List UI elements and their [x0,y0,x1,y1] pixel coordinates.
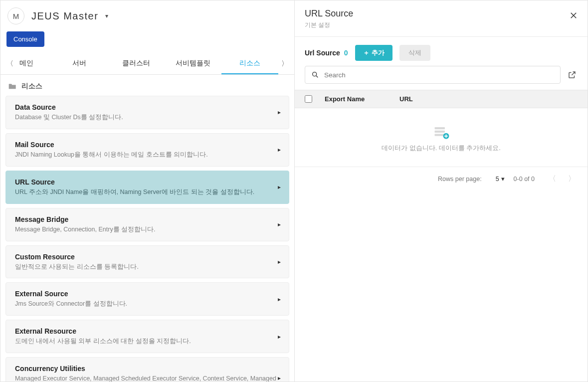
tab-template[interactable]: 서비템플릿 [165,53,221,74]
card-desc: 일반적으로 사용되는 리소스를 등록합니다. [15,263,280,271]
folder-icon [8,83,16,90]
pager-prev-icon[interactable]: 〈 [549,174,556,184]
section-title: 리소스 [21,82,42,91]
tab-server[interactable]: 서버 [51,53,108,74]
tab-resource[interactable]: 리소스 [221,53,278,74]
section-head: 리소스 [0,75,294,96]
pager-range: 0-0 of 0 [514,176,535,183]
card-title: Message Bridge [15,215,280,223]
open-external-icon[interactable] [567,69,578,80]
tab-label: 서버 [72,59,86,68]
chevron-right-icon: ▸ [278,184,281,191]
search-icon [311,71,319,79]
card-data-source[interactable]: Data Source Database 및 Cluster Ds를 설정합니다… [5,96,289,129]
add-button[interactable]: ＋ 추가 [355,45,392,61]
chevron-right-icon: ▸ [278,333,281,340]
left-panel: M JEUS Master ▾ Console 〈 메인 서버 클러스터 서비템… [0,0,295,382]
th-export-name[interactable]: Export Name [325,95,399,103]
card-title: External Resource [15,327,280,335]
chevron-right-icon: ▸ [278,258,281,265]
add-button-label: 추가 [372,48,385,57]
chevron-right-icon: ▸ [278,375,281,382]
th-url[interactable]: URL [399,95,578,103]
toolbar-count: 0 [344,49,348,57]
empty-text: 데이터가 없습니다. 데이터를 추가하세요. [382,144,500,153]
right-subtitle: 기본 설정 [305,21,353,29]
card-desc: Database 및 Cluster Ds를 설정합니다. [15,113,280,122]
card-desc: Jms Source와 Connector를 설정합니다. [15,300,280,308]
tabs-next-icon[interactable]: 〉 [278,53,291,75]
title-dropdown-icon[interactable]: ▾ [105,12,108,19]
chevron-right-icon: ▸ [278,146,281,153]
empty-state: 데이터가 없습니다. 데이터를 추가하세요. [295,108,588,167]
tabs-prev-icon[interactable]: 〈 [3,53,16,75]
card-title: Data Source [15,103,280,111]
tab-label: 메인 [19,59,33,68]
tab-label: 클러스터 [122,59,150,68]
th-checkbox [305,95,325,103]
card-external-source[interactable]: External Source Jms Source와 Connector를 설… [5,282,289,316]
tabs-inner: 메인 서버 클러스터 서비템플릿 리소스 [16,53,278,74]
svg-line-1 [316,76,318,77]
empty-icon [433,125,449,139]
pager-next-icon[interactable]: 〉 [568,174,576,184]
cards-list: Data Source Database 및 Cluster Ds를 설정합니다… [0,96,294,382]
card-desc: URL 주소와 JNDI Name을 매핑하여, Naming Server에 … [15,188,280,196]
tab-cluster[interactable]: 클러스터 [108,53,165,74]
card-desc: Message Bridge, Connection, Entry를 설정합니다… [15,225,280,234]
right-header: URL Source 기본 설정 [295,0,588,37]
console-button[interactable]: Console [6,31,44,47]
close-icon[interactable] [568,9,580,21]
card-desc: Managed Executor Service, Managed Schedu… [15,375,280,382]
card-custom-resource[interactable]: Custom Resource 일반적으로 사용되는 리소스를 등록합니다. ▸ [5,245,289,279]
tab-label: 서비템플릿 [176,59,210,68]
left-header: M JEUS Master ▾ [0,0,294,29]
plus-icon: ＋ [363,48,370,57]
card-mail-source[interactable]: Mail Source JNDI Naming Lookup을 통해서 이용하는… [5,133,289,167]
rows-per-page-label: Rows per page: [438,176,482,183]
chevron-right-icon: ▸ [278,221,281,228]
delete-button[interactable]: 삭제 [399,45,430,61]
card-title: Concurrency Utilities [15,365,280,373]
app-title: JEUS Master [31,10,98,22]
card-external-resource[interactable]: External Resource 도메인 내에서 사용될 외부 리소스에 대한… [5,320,289,353]
svg-rect-3 [434,131,444,133]
card-concurrency-utilities[interactable]: Concurrency Utilities Managed Executor S… [5,357,289,382]
card-message-bridge[interactable]: Message Bridge Message Bridge, Connectio… [5,208,289,241]
svg-rect-2 [434,127,444,129]
app-root: M JEUS Master ▾ Console 〈 메인 서버 클러스터 서비템… [0,0,588,382]
chevron-right-icon: ▸ [278,296,281,303]
card-desc: 도메인 내에서 사용될 외부 리소스에 대한 설정을 지정합니다. [15,337,280,346]
right-title: URL Source [305,8,353,19]
card-title: Mail Source [15,141,280,149]
search-input[interactable] [324,71,554,79]
toolbar-label: Url Source [305,49,340,57]
avatar-letter: M [13,12,19,20]
caret-down-icon: ▾ [501,175,505,183]
card-title: External Source [15,290,280,298]
rows-per-page-value: 5 [496,176,499,183]
right-toolbar: Url Source 0 ＋ 추가 삭제 [295,37,588,66]
search-row [295,66,588,90]
avatar[interactable]: M [7,7,24,24]
card-title: URL Source [15,178,280,186]
table-head: Export Name URL [295,90,588,108]
search-box[interactable] [305,66,561,84]
tab-label: 리소스 [239,59,260,68]
card-title: Custom Resource [15,253,280,261]
right-panel: URL Source 기본 설정 Url Source 0 ＋ 추가 삭제 [295,0,588,382]
card-desc: JNDI Naming Lookup을 통해서 이용하는 메일 호스트를 의미합… [15,151,280,159]
console-bar: Console [0,29,294,53]
rows-per-page-select[interactable]: 5 ▾ [496,175,505,183]
pager: Rows per page: 5 ▾ 0-0 of 0 〈 〉 [295,167,588,191]
svg-point-0 [313,72,317,76]
tab-main[interactable]: 메인 [16,53,51,74]
tabs-row: 〈 메인 서버 클러스터 서비템플릿 리소스 〉 [0,53,294,75]
chevron-right-icon: ▸ [278,109,281,116]
select-all-checkbox[interactable] [305,95,312,103]
card-url-source[interactable]: URL Source URL 주소와 JNDI Name을 매핑하여, Nami… [5,171,289,204]
